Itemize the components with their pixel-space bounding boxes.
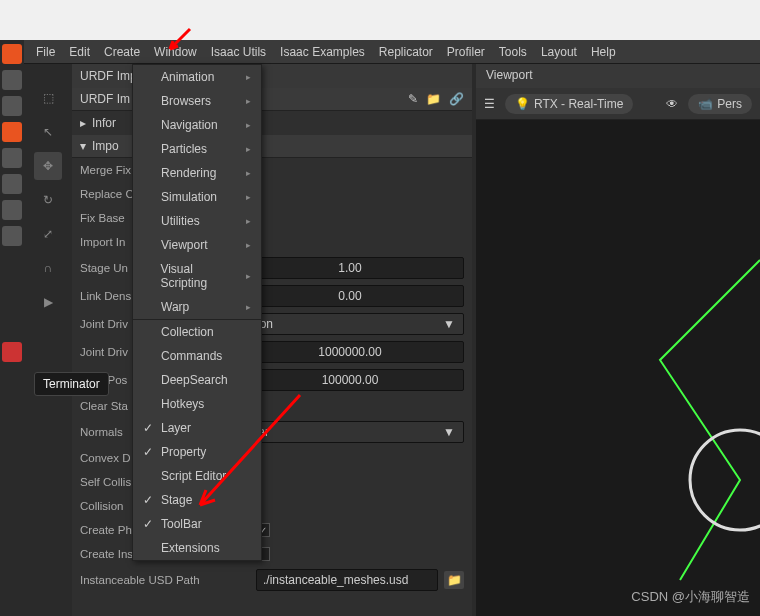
link-density-input[interactable] — [236, 285, 464, 307]
menu-help[interactable]: Help — [587, 43, 620, 61]
tool-strip: ⬚ ↖ ✥ ↻ ⤢ ∩ ▶ — [28, 64, 68, 316]
cursor-icon[interactable]: ↖ — [34, 118, 62, 146]
menu-isaac-utils[interactable]: Isaac Utils — [207, 43, 270, 61]
submenu-stage[interactable]: ✓Stage — [133, 488, 261, 512]
submenu-script-editor[interactable]: Script Editor — [133, 464, 261, 488]
dock-app-8[interactable] — [2, 226, 22, 246]
submenu-visual-scripting[interactable]: Visual Scripting▸ — [133, 257, 261, 295]
section-title: URDF Im — [80, 92, 130, 106]
submenu-animation[interactable]: Animation▸ — [133, 65, 261, 89]
submenu-extensions[interactable]: Extensions — [133, 536, 261, 560]
chevron-down-icon: ▼ — [443, 425, 455, 439]
submenu-simulation[interactable]: Simulation▸ — [133, 185, 261, 209]
select-frame-icon[interactable]: ⬚ — [34, 84, 62, 112]
edit-icon[interactable]: ✎ — [408, 92, 418, 106]
submenu-hotkeys[interactable]: Hotkeys — [133, 392, 261, 416]
joint-position-input[interactable] — [236, 369, 464, 391]
submenu-layer[interactable]: ✓Layer — [133, 416, 261, 440]
menu-replicator[interactable]: Replicator — [375, 43, 437, 61]
dock-app-3[interactable] — [2, 96, 22, 116]
dock-app-4[interactable] — [2, 122, 22, 142]
folder-icon[interactable]: 📁 — [426, 92, 441, 106]
window-submenu: Animation▸Browsers▸Navigation▸Particles▸… — [132, 64, 262, 561]
watermark: CSDN @小海聊智造 — [631, 588, 750, 606]
layers-icon[interactable]: ☰ — [484, 97, 495, 111]
menu-edit[interactable]: Edit — [65, 43, 94, 61]
submenu-viewport[interactable]: Viewport▸ — [133, 233, 261, 257]
viewport-toolbar: ☰ 💡RTX - Real-Time 👁 📹Pers — [476, 88, 760, 120]
menu-profiler[interactable]: Profiler — [443, 43, 489, 61]
dock-app-terminator[interactable] — [2, 342, 22, 362]
submenu-collection[interactable]: Collection — [133, 320, 261, 344]
submenu-rendering[interactable]: Rendering▸ — [133, 161, 261, 185]
rotate-icon[interactable]: ↻ — [34, 186, 62, 214]
stage-units-input[interactable] — [236, 257, 464, 279]
camera-button[interactable]: 📹Pers — [688, 94, 752, 114]
chevron-down-icon: ▼ — [443, 317, 455, 331]
menu-isaac-examples[interactable]: Isaac Examples — [276, 43, 369, 61]
submenu-navigation[interactable]: Navigation▸ — [133, 113, 261, 137]
submenu-deepsearch[interactable]: DeepSearch — [133, 368, 261, 392]
instanceable-path-label: Instanceable USD Path — [80, 574, 250, 586]
submenu-utilities[interactable]: Utilities▸ — [133, 209, 261, 233]
window-titlebar — [0, 0, 760, 40]
submenu-warp[interactable]: Warp▸ — [133, 295, 261, 319]
joint-drive-type-dropdown[interactable]: sition▼ — [236, 313, 464, 335]
normals-dropdown[interactable]: near▼ — [236, 421, 464, 443]
browse-folder-button[interactable]: 📁 — [444, 571, 464, 589]
submenu-browsers[interactable]: Browsers▸ — [133, 89, 261, 113]
submenu-particles[interactable]: Particles▸ — [133, 137, 261, 161]
menu-file[interactable]: File — [32, 43, 59, 61]
dock-app-1[interactable] — [2, 44, 22, 64]
eye-icon[interactable]: 👁 — [666, 97, 678, 111]
render-mode-label: RTX - Real-Time — [534, 97, 623, 111]
camera-icon: 📹 — [698, 97, 713, 111]
submenu-property[interactable]: ✓Property — [133, 440, 261, 464]
viewport-canvas[interactable] — [476, 120, 760, 616]
link-icon[interactable]: 🔗 — [449, 92, 464, 106]
import-section-label: Impo — [92, 139, 119, 153]
dock-app-7[interactable] — [2, 200, 22, 220]
joint-drive-strength-input[interactable] — [236, 341, 464, 363]
menu-tools[interactable]: Tools — [495, 43, 531, 61]
camera-label: Pers — [717, 97, 742, 111]
os-dock — [0, 40, 24, 616]
menu-layout[interactable]: Layout — [537, 43, 581, 61]
info-label: Infor — [92, 116, 116, 130]
viewport-tab[interactable]: Viewport — [476, 64, 760, 88]
bulb-icon: 💡 — [515, 97, 530, 111]
menu-window[interactable]: Window — [150, 43, 201, 61]
dock-tooltip: Terminator — [34, 372, 109, 396]
move-icon[interactable]: ✥ — [34, 152, 62, 180]
dock-app-2[interactable] — [2, 70, 22, 90]
scale-icon[interactable]: ⤢ — [34, 220, 62, 248]
submenu-toolbar[interactable]: ✓ToolBar — [133, 512, 261, 536]
play-icon[interactable]: ▶ — [34, 288, 62, 316]
render-mode-button[interactable]: 💡RTX - Real-Time — [505, 94, 633, 114]
dock-app-5[interactable] — [2, 148, 22, 168]
instanceable-path-input[interactable] — [256, 569, 438, 591]
submenu-commands[interactable]: Commands — [133, 344, 261, 368]
dock-app-6[interactable] — [2, 174, 22, 194]
menu-create[interactable]: Create — [100, 43, 144, 61]
svg-point-0 — [690, 430, 760, 530]
viewport-panel: Viewport ☰ 💡RTX - Real-Time 👁 📹Pers — [476, 64, 760, 616]
menubar: File Edit Create Window Isaac Utils Isaa… — [0, 40, 760, 64]
snap-icon[interactable]: ∩ — [34, 254, 62, 282]
